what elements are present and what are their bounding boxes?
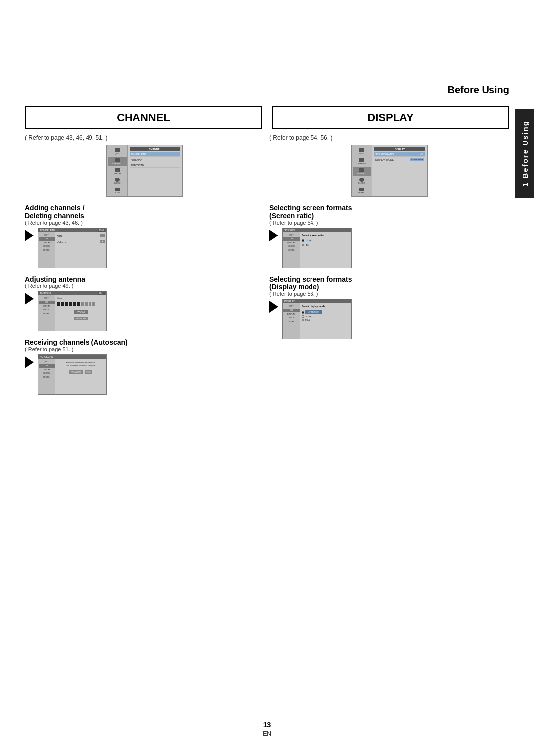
main-content: CHANNEL DISPLAY ( Refer to page 43, 46, … bbox=[25, 106, 509, 707]
antenna-signal-label: Signal bbox=[57, 297, 105, 299]
bar7 bbox=[81, 302, 84, 306]
antenna-main: Signal bbox=[55, 295, 106, 331]
autoscan-arrow-row: AUTOSCAN QUIT CH DISPLAY CLOCK DETAIL bbox=[25, 354, 265, 395]
mode-arrow-row: DISPLAY QUIT CH DISPLAY CLOCK DETAIL bbox=[269, 299, 509, 339]
ratio-sidebar-clock: CLOCK bbox=[283, 245, 300, 248]
antenna-arrow-icon bbox=[25, 293, 34, 305]
ratio-title: SCREEN bbox=[284, 229, 295, 232]
mode-sidebar: QUIT CH DISPLAY CLOCK DETAIL bbox=[283, 303, 300, 339]
display-refer: ( Refer to page 54, 56. ) bbox=[269, 134, 509, 141]
channel-main-menu: CHANNEL ADD/DELETE ANTENNA AUTOSCAN bbox=[128, 145, 182, 196]
autoscan-title: AUTOSCAN bbox=[40, 355, 53, 358]
mode-arrow-icon bbox=[269, 301, 278, 313]
ratio-screen: SCREEN QUIT CH DISPLAY CLOCK DETAIL bbox=[282, 228, 352, 268]
ratio-sidebar: QUIT CH DISPLAY CLOCK DETAIL bbox=[283, 232, 300, 268]
mode-sidebar-detail: DETAIL bbox=[283, 320, 300, 324]
ratio-header: SCREEN bbox=[283, 228, 351, 232]
page-title: Before Using bbox=[448, 84, 509, 95]
disp-detail-icon bbox=[359, 188, 364, 191]
mode-screen: DISPLAY QUIT CH DISPLAY CLOCK DETAIL bbox=[282, 299, 352, 339]
bar10 bbox=[92, 302, 95, 306]
channel-subsection-antenna: Adjusting antenna ( Refer to page 49. ) … bbox=[25, 275, 265, 331]
ratio-body: QUIT CH DISPLAY CLOCK DETAIL Select scre… bbox=[283, 232, 351, 268]
add-row: ADD ▲ bbox=[57, 234, 105, 238]
disp-sidebar-channel: CHANNEL bbox=[353, 157, 371, 166]
mode-sidebar-ch: CH bbox=[283, 309, 300, 312]
mode-main: Select display mode LETTERBOX ZOOM bbox=[300, 303, 351, 339]
auto-sidebar-clock: CLOCK bbox=[39, 372, 55, 375]
auto-sidebar-ch: CH bbox=[39, 364, 55, 368]
sidebar-detail: DETAIL bbox=[108, 187, 127, 195]
add-delete-title: ADD/DELETE bbox=[40, 229, 55, 232]
disp-sidebar-detail: DETAIL bbox=[353, 187, 371, 195]
two-col-layout: ( Refer to page 43, 46, 49, 51. ) QUIT C… bbox=[25, 132, 509, 402]
display-col: ( Refer to page 54, 56. ) QUIT CHANNEL D… bbox=[269, 132, 509, 402]
ratio-radio-43 bbox=[302, 244, 304, 246]
antenna-title: ANTENNA bbox=[40, 292, 51, 295]
autoscan-screen: AUTOSCAN QUIT CH DISPLAY CLOCK DETAIL bbox=[38, 354, 107, 395]
display-main-screen: QUIT CHANNEL DISPLAY CLOCK bbox=[351, 145, 428, 197]
display-main-sidebar: QUIT CHANNEL DISPLAY CLOCK bbox=[352, 145, 372, 196]
page-lang: EN bbox=[263, 730, 271, 737]
autoscan-body: QUIT CH DISPLAY CLOCK DETAIL AutoScan wi… bbox=[38, 359, 106, 394]
display-menu-title: DISPLAY bbox=[374, 147, 425, 151]
bar5 bbox=[73, 302, 76, 306]
ratio-radio-yes bbox=[302, 239, 304, 242]
add-sidebar-ch: CH bbox=[39, 237, 55, 241]
zoom-label: ZOOM bbox=[305, 315, 311, 318]
bar1 bbox=[57, 302, 60, 306]
mode-radio-full bbox=[302, 319, 304, 321]
channel-menu-item-antenna: ANTENNA bbox=[130, 158, 180, 162]
ratio-label: Selecting screen formats bbox=[269, 204, 509, 212]
channel-menu-item-add: ADD/DELETE bbox=[130, 152, 180, 157]
mode-sidebar-quit: QUIT bbox=[283, 305, 300, 308]
ratio-yes-btn: YES bbox=[306, 239, 312, 242]
disp-quit-icon bbox=[359, 148, 364, 152]
clock-icon bbox=[115, 178, 120, 182]
antenna-header: ANTENNA 26-1 bbox=[38, 291, 106, 295]
add-btn: ▲ bbox=[100, 234, 105, 237]
disp-channel-icon bbox=[359, 158, 364, 162]
mode-sidebar-clock: CLOCK bbox=[283, 316, 300, 320]
ratio-option-43: 4:3 bbox=[302, 244, 350, 246]
antenna-tag: 26-1 bbox=[98, 292, 105, 295]
channel-icon bbox=[115, 158, 120, 162]
disp-display-icon bbox=[359, 168, 364, 172]
ratio-subtitle: Select screen ratio bbox=[302, 234, 350, 236]
mode-ref: ( Refer to page 56. ) bbox=[269, 291, 509, 297]
display-main-menu: DISPLAY SCREEN RATIO 4:3 DISPLAY MODE LE… bbox=[372, 145, 427, 196]
mode-full: FULL bbox=[302, 319, 350, 321]
channel-col: ( Refer to page 43, 46, 49, 51. ) QUIT C… bbox=[25, 132, 265, 402]
mode-zoom: ZOOM bbox=[302, 315, 350, 318]
mode-label: Selecting screen formats bbox=[269, 275, 509, 283]
add-sidebar-detail: DETAIL bbox=[39, 249, 55, 252]
ant-sidebar-detail: DETAIL bbox=[39, 312, 55, 316]
ratio-main: Select screen ratio YES 4:3 bbox=[300, 232, 351, 268]
delete-label-sm: DELETE bbox=[57, 240, 66, 243]
display-subsection-ratio: Selecting screen formats (Screen ratio) … bbox=[269, 204, 509, 268]
add-label-sm: ADD bbox=[57, 235, 62, 237]
mode-options: LETTERBOX ZOOM FULL bbox=[302, 310, 350, 321]
disp-sidebar-display: DISPLAY bbox=[353, 167, 371, 176]
autoscan-ref: ( Refer to page 51. ) bbox=[25, 346, 265, 352]
detail-icon bbox=[115, 188, 120, 191]
ant-sidebar-ch: CH bbox=[39, 301, 55, 304]
signal-bars bbox=[57, 302, 105, 306]
delete-btn: ▼ bbox=[100, 240, 105, 243]
add-arrow-icon bbox=[25, 230, 34, 241]
sidebar-quit: QUIT bbox=[108, 147, 127, 156]
sidebar-display: DISPLAY bbox=[108, 167, 127, 176]
autoscan-msg: AutoScan will rescan all channels.This m… bbox=[57, 360, 105, 368]
ant-sidebar-quit: QUIT bbox=[39, 297, 55, 300]
bar3 bbox=[65, 302, 68, 306]
autoscan-sidebar: QUIT CH DISPLAY CLOCK DETAIL bbox=[38, 359, 55, 394]
mode-radio-zoom bbox=[302, 315, 304, 318]
channel-menu-title: CHANNEL bbox=[130, 147, 180, 151]
bar8 bbox=[85, 302, 88, 306]
antenna-screen: ANTENNA 26-1 QUIT CH DISPLAY CLOCK DETAI… bbox=[38, 291, 107, 331]
add-delete-header: ADD/DELETE 13-0 bbox=[38, 228, 106, 232]
previous-btn: PREVIOUS bbox=[74, 317, 88, 320]
disp-clock-icon bbox=[359, 178, 364, 182]
autoscan-previous-btn: PREVIOUS bbox=[69, 370, 83, 374]
add-ref: ( Refer to page 43, 46. ) bbox=[25, 220, 265, 226]
